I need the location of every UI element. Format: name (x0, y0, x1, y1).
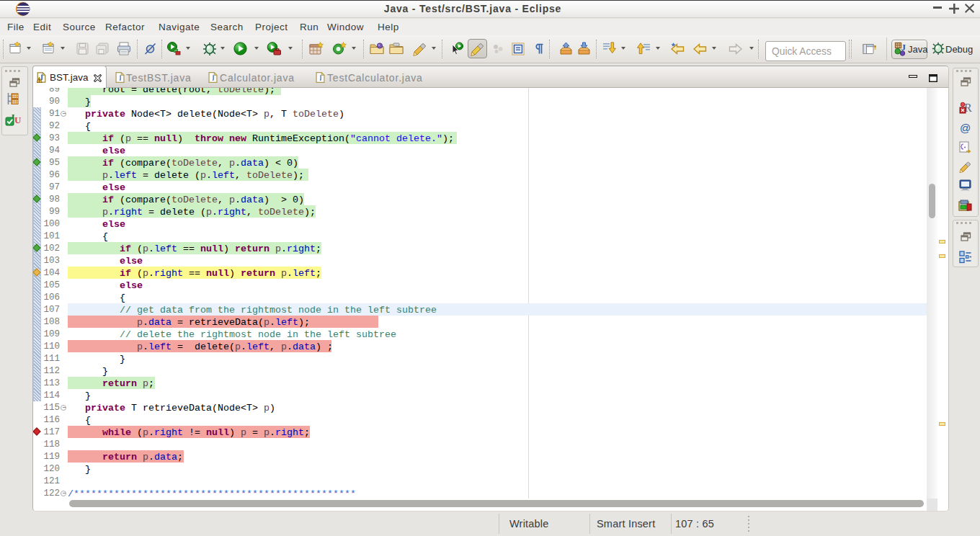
svg-text:U: U (14, 115, 22, 125)
svg-text:@: @ (960, 122, 971, 134)
svg-text:J: J (901, 42, 906, 53)
